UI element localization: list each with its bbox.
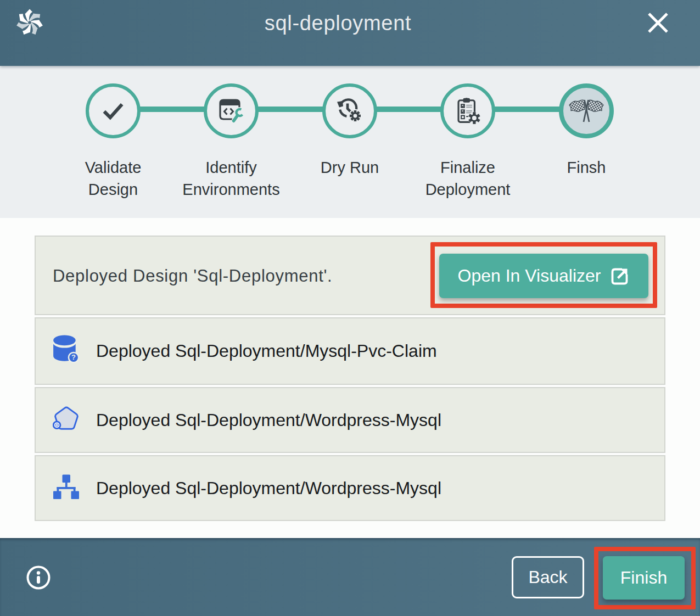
svg-text:?: ?	[71, 353, 76, 361]
